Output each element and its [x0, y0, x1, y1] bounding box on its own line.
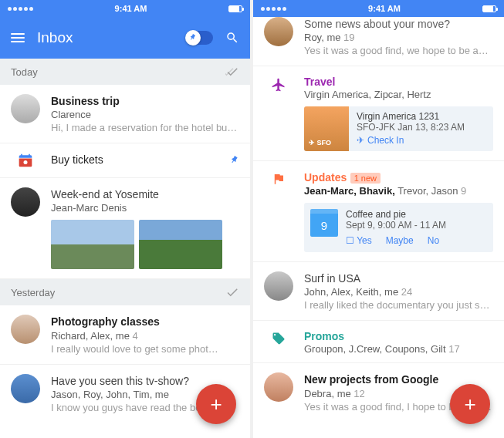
avatar[interactable] — [11, 187, 40, 217]
email-people: Clarence — [51, 109, 239, 120]
email-snippet: Yes it was a good find, we hope to be ab… — [304, 45, 493, 56]
rsvp-yes[interactable]: ☐ Yes — [346, 235, 372, 246]
email-people: Jean-Marc Denis — [51, 202, 239, 214]
status-bar: 9:41 AM — [0, 0, 250, 17]
tag-icon — [264, 330, 293, 345]
avatar[interactable] — [264, 271, 293, 301]
email-snippet: I really would love to get some phot… — [51, 343, 239, 355]
email-snippet: Hi, I made a reservation for the hotel b… — [51, 122, 239, 133]
avatar[interactable] — [11, 374, 40, 403]
battery-icon — [482, 5, 496, 12]
flight-card-route: SFO-JFK Jan 13, 8:23 AM — [357, 122, 485, 133]
email-people: Richard, Alex, me 4 — [51, 330, 239, 342]
rsvp-row: ☐ Yes Maybe No — [346, 235, 487, 246]
phone-right: 9:41 AM Some news about your move? Roy, … — [253, 0, 504, 438]
pin-toggle[interactable] — [187, 31, 213, 45]
avatar[interactable] — [11, 315, 40, 344]
sweep-icon[interactable] — [225, 285, 239, 299]
status-time: 9:41 AM — [368, 4, 401, 13]
message-feed: Today Business trip Clarence Hi, I made … — [0, 59, 250, 438]
reminder-icon — [11, 153, 40, 168]
avatar[interactable] — [264, 17, 293, 46]
promos-bundle[interactable]: Promos Groupon, J.Crew, Coupons, Gilt 17 — [253, 321, 504, 363]
email-people: Roy, me 19 — [304, 32, 493, 43]
email-subject: Week-end at Yosemite — [51, 187, 239, 201]
section-yesterday: Yesterday — [0, 279, 250, 305]
status-bar: 9:41 AM — [253, 0, 504, 17]
svg-point-0 — [24, 160, 28, 164]
avatar[interactable] — [11, 94, 40, 123]
bundle-title: Promos — [304, 330, 493, 342]
image-thumb[interactable] — [139, 220, 222, 269]
event-title: Coffee and pie — [346, 209, 487, 220]
event-when: Sept 9, 9:00 AM - 11 AM — [346, 220, 487, 231]
bundle-title: Travel — [304, 76, 493, 88]
email-subject: Surf in USA — [304, 271, 493, 285]
page-title: Inbox — [37, 29, 174, 46]
email-subject: Business trip — [51, 94, 239, 108]
email-subject: Some news about your move? — [304, 17, 493, 31]
sweep-icon[interactable] — [225, 65, 239, 79]
image-thumb[interactable] — [51, 220, 134, 269]
new-badge: 1 new — [350, 173, 381, 184]
phone-left: 9:41 AM Inbox Today Business trip Claren… — [0, 0, 250, 438]
flight-card-image: ✈ SFO — [304, 106, 349, 151]
email-row[interactable]: Some news about your move? Roy, me 19 Ye… — [253, 17, 504, 66]
calendar-tile: 9 — [310, 209, 338, 237]
email-row[interactable]: Week-end at Yosemite Jean-Marc Denis — [0, 178, 250, 279]
search-icon[interactable] — [225, 31, 239, 45]
event-card[interactable]: 9 Coffee and pie Sept 9, 9:00 AM - 11 AM… — [304, 203, 493, 252]
message-feed: Some news about your move? Roy, me 19 Ye… — [253, 17, 504, 438]
compose-fab[interactable]: + — [450, 384, 490, 424]
flag-icon — [264, 170, 293, 186]
travel-bundle[interactable]: Travel Virgin America, Zipcar, Hertz ✈ S… — [253, 66, 504, 161]
email-row[interactable]: Photography classes Richard, Alex, me 4 … — [0, 305, 250, 364]
app-bar: Inbox — [0, 17, 250, 59]
travel-icon — [264, 76, 293, 93]
pin-icon[interactable] — [230, 156, 239, 165]
reminder-row[interactable]: Buy tickets — [0, 143, 250, 178]
attachment-thumbs — [51, 220, 239, 269]
email-row[interactable]: Surf in USA John, Alex, Keith, me 24 I r… — [253, 262, 504, 321]
flight-card[interactable]: ✈ SFO Virgin America 1231 SFO-JFK Jan 13… — [304, 106, 493, 151]
email-subject: Photography classes — [51, 315, 239, 328]
avatar[interactable] — [264, 372, 293, 402]
signal-dots-icon — [261, 7, 286, 11]
battery-icon — [228, 5, 242, 12]
status-time: 9:41 AM — [115, 4, 147, 13]
bundle-people: Groupon, J.Crew, Coupons, Gilt 17 — [304, 343, 493, 355]
email-row[interactable]: Business trip Clarence Hi, I made a rese… — [0, 85, 250, 143]
email-people: John, Alex, Keith, me 24 — [304, 286, 493, 298]
rsvp-no[interactable]: No — [428, 235, 439, 246]
email-snippet: I really liked the documentary you just … — [304, 299, 493, 311]
bundle-title-row: Updates 1 new — [304, 170, 493, 184]
updates-bundle[interactable]: Updates 1 new Jean-Marc, Bhavik, Trevor,… — [253, 161, 504, 262]
rsvp-maybe[interactable]: Maybe — [386, 235, 414, 246]
menu-icon[interactable] — [11, 33, 25, 42]
pin-icon — [189, 34, 197, 42]
flight-checkin-link[interactable]: ✈Check In — [357, 135, 485, 146]
bundle-people: Virgin America, Zipcar, Hertz — [304, 89, 493, 100]
flight-card-title: Virgin America 1231 — [357, 111, 485, 122]
reminder-text: Buy tickets — [51, 153, 219, 167]
signal-dots-icon — [8, 7, 33, 11]
bundle-people: Jean-Marc, Bhavik, Trevor, Jason 9 — [304, 185, 493, 197]
section-today: Today — [0, 59, 250, 85]
compose-fab[interactable]: + — [196, 384, 236, 424]
